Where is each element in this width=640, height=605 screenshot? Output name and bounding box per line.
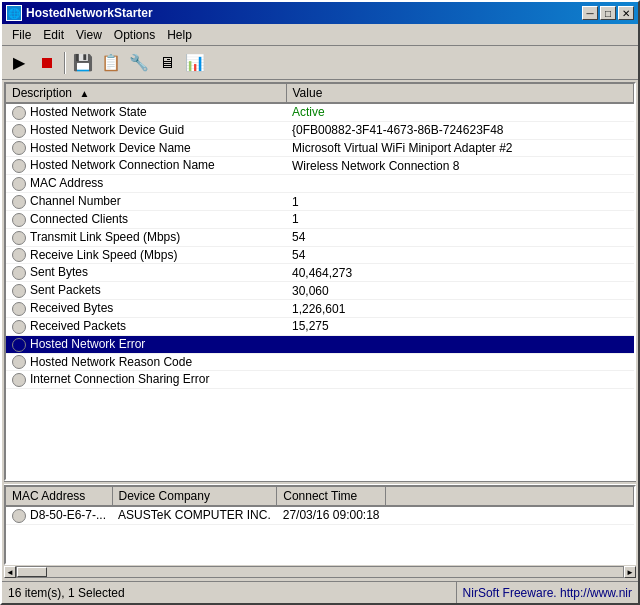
row-icon xyxy=(12,195,26,209)
network-button[interactable]: 🖥 xyxy=(154,50,180,76)
col-connect-time[interactable]: Connect Time xyxy=(277,487,386,506)
col-mac[interactable]: MAC Address xyxy=(6,487,112,506)
table-row[interactable]: Transmit Link Speed (Mbps)54 xyxy=(6,228,634,246)
row-icon xyxy=(12,338,26,352)
bottom-table-container[interactable]: MAC Address Device Company Connect Time … xyxy=(4,485,636,565)
table-row[interactable]: Hosted Network Device NameMicrosoft Virt… xyxy=(6,139,634,157)
menu-options[interactable]: Options xyxy=(108,26,161,44)
row-icon xyxy=(12,141,26,155)
value-cell: 40,464,273 xyxy=(286,264,634,282)
value-cell: Microsoft Virtual WiFi Miniport Adapter … xyxy=(286,139,634,157)
row-icon xyxy=(12,231,26,245)
scroll-right-btn[interactable]: ► xyxy=(624,566,636,578)
col-extra xyxy=(386,487,634,506)
properties-table: Description ▲ Value Hosted Network State… xyxy=(6,84,634,389)
value-cell: 1 xyxy=(286,193,634,211)
value-cell: 1 xyxy=(286,210,634,228)
row-icon xyxy=(12,302,26,316)
description-cell: Receive Link Speed (Mbps) xyxy=(6,246,286,264)
table-row[interactable]: Received Bytes1,226,601 xyxy=(6,300,634,318)
row-icon xyxy=(12,373,26,387)
hscroll-track[interactable] xyxy=(16,566,624,578)
row-icon xyxy=(12,177,26,191)
stop-button[interactable]: ⏹ xyxy=(34,50,60,76)
status-bar: 16 item(s), 1 Selected NirSoft Freeware.… xyxy=(2,581,638,603)
table-row[interactable]: Hosted Network Error xyxy=(6,335,634,353)
row-icon xyxy=(12,106,26,120)
description-cell: MAC Address xyxy=(6,175,286,193)
description-cell: Internet Connection Sharing Error xyxy=(6,371,286,389)
title-bar: 🌐 HostedNetworkStarter ─ □ ✕ xyxy=(2,2,638,24)
description-cell: Sent Packets xyxy=(6,282,286,300)
top-table-container[interactable]: Description ▲ Value Hosted Network State… xyxy=(4,82,636,481)
col-value[interactable]: Value xyxy=(286,84,634,103)
col-company[interactable]: Device Company xyxy=(112,487,277,506)
client-row[interactable]: D8-50-E6-7-...ASUSTeK COMPUTER INC.27/03… xyxy=(6,506,634,524)
close-button[interactable]: ✕ xyxy=(618,6,634,20)
settings-button[interactable]: 🔧 xyxy=(126,50,152,76)
scroll-left-btn[interactable]: ◄ xyxy=(4,566,16,578)
menu-view[interactable]: View xyxy=(70,26,108,44)
table-row[interactable]: Sent Bytes40,464,273 xyxy=(6,264,634,282)
value-cell: Wireless Network Connection 8 xyxy=(286,157,634,175)
description-cell: Transmit Link Speed (Mbps) xyxy=(6,228,286,246)
hscroll-area: ◄ ► xyxy=(4,565,636,579)
title-bar-buttons: ─ □ ✕ xyxy=(582,6,634,20)
row-icon xyxy=(12,124,26,138)
menu-file[interactable]: File xyxy=(6,26,37,44)
row-icon xyxy=(12,320,26,334)
play-button[interactable]: ▶ xyxy=(6,50,32,76)
mac-cell: D8-50-E6-7-... xyxy=(6,506,112,524)
status-right: NirSoft Freeware. http://www.nir xyxy=(457,582,638,603)
description-cell: Received Packets xyxy=(6,317,286,335)
value-cell: 54 xyxy=(286,246,634,264)
app-icon: 🌐 xyxy=(6,5,22,21)
table-row[interactable]: Channel Number1 xyxy=(6,193,634,211)
description-cell: Hosted Network Connection Name xyxy=(6,157,286,175)
description-cell: Hosted Network Reason Code xyxy=(6,353,286,371)
value-cell xyxy=(286,353,634,371)
description-cell: Hosted Network Device Guid xyxy=(6,121,286,139)
table-row[interactable]: Internet Connection Sharing Error xyxy=(6,371,634,389)
table-row[interactable]: Hosted Network StateActive xyxy=(6,103,634,121)
table-row[interactable]: Hosted Network Reason Code xyxy=(6,353,634,371)
col-description[interactable]: Description ▲ xyxy=(6,84,286,103)
menu-edit[interactable]: Edit xyxy=(37,26,70,44)
main-content: Description ▲ Value Hosted Network State… xyxy=(2,80,638,581)
description-cell: Hosted Network Device Name xyxy=(6,139,286,157)
row-icon xyxy=(12,159,26,173)
company-cell: ASUSTeK COMPUTER INC. xyxy=(112,506,277,524)
save-button[interactable]: 💾 xyxy=(70,50,96,76)
info-button[interactable]: 📊 xyxy=(182,50,208,76)
table-row[interactable]: Connected Clients1 xyxy=(6,210,634,228)
sort-arrow: ▲ xyxy=(79,88,89,99)
description-cell: Received Bytes xyxy=(6,300,286,318)
minimize-button[interactable]: ─ xyxy=(582,6,598,20)
value-cell: 15,275 xyxy=(286,317,634,335)
row-icon xyxy=(12,248,26,262)
value-cell xyxy=(286,335,634,353)
description-cell: Connected Clients xyxy=(6,210,286,228)
value-cell: 30,060 xyxy=(286,282,634,300)
table-row[interactable]: Receive Link Speed (Mbps)54 xyxy=(6,246,634,264)
copy-button[interactable]: 📋 xyxy=(98,50,124,76)
row-icon xyxy=(12,509,26,523)
row-icon xyxy=(12,266,26,280)
value-cell: Active xyxy=(286,103,634,121)
description-cell: Hosted Network State xyxy=(6,103,286,121)
description-cell: Hosted Network Error xyxy=(6,335,286,353)
table-row[interactable]: Hosted Network Connection NameWireless N… xyxy=(6,157,634,175)
table-row[interactable]: Hosted Network Device Guid{0FB00882-3F41… xyxy=(6,121,634,139)
hscroll-thumb[interactable] xyxy=(17,567,47,577)
menu-bar: File Edit View Options Help xyxy=(2,24,638,46)
table-row[interactable]: MAC Address xyxy=(6,175,634,193)
row-icon xyxy=(12,213,26,227)
value-cell: 1,226,601 xyxy=(286,300,634,318)
table-row[interactable]: Received Packets15,275 xyxy=(6,317,634,335)
value-cell: {0FB00882-3F41-4673-86B-724623F48 xyxy=(286,121,634,139)
table-row[interactable]: Sent Packets30,060 xyxy=(6,282,634,300)
value-cell xyxy=(286,175,634,193)
value-cell: 54 xyxy=(286,228,634,246)
maximize-button[interactable]: □ xyxy=(600,6,616,20)
menu-help[interactable]: Help xyxy=(161,26,198,44)
